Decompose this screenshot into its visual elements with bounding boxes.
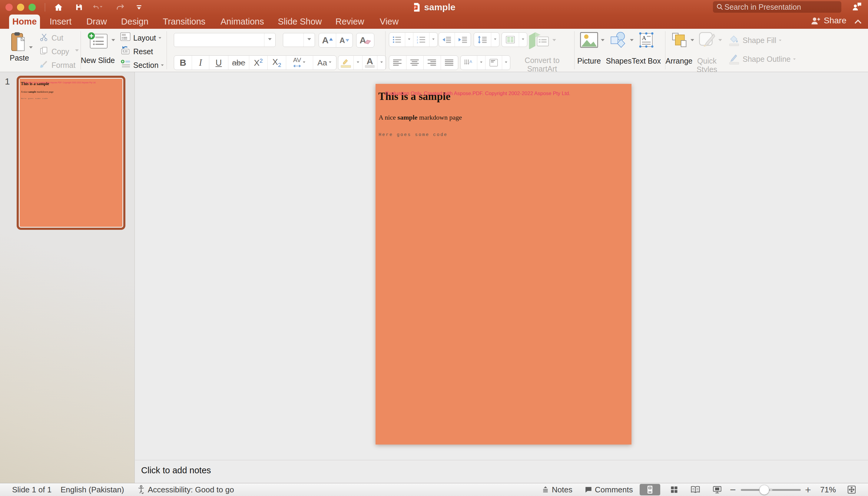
quick-styles-dropdown-caret[interactable] (718, 39, 722, 43)
tab-label: Design (121, 17, 149, 27)
tab-review[interactable]: Review (332, 15, 368, 29)
font-name-input[interactable] (174, 33, 264, 47)
cut-button[interactable] (39, 32, 49, 42)
search-box[interactable] (713, 1, 841, 13)
slideshow-button[interactable] (707, 484, 727, 495)
decrease-font-button[interactable]: A (336, 33, 353, 47)
language-button[interactable]: English (Pakistan) (61, 483, 124, 496)
font-size-input[interactable] (283, 33, 304, 47)
align-right-button[interactable] (424, 56, 441, 69)
notes-pane[interactable]: Click to add notes (135, 460, 868, 483)
share-button[interactable]: Share (810, 16, 847, 26)
zoom-out-button[interactable]: − (730, 483, 736, 496)
tab-animations[interactable]: Animations (216, 15, 268, 29)
character-spacing-button[interactable]: AV (286, 56, 313, 69)
font-color-dropdown[interactable] (377, 56, 386, 69)
text-direction-button[interactable]: A (461, 56, 477, 69)
picture-button[interactable] (580, 31, 599, 49)
tab-insert[interactable]: Insert (45, 15, 76, 29)
bold-button[interactable]: B (174, 56, 192, 69)
slide-paragraph[interactable]: A nice sample markdown page (378, 113, 462, 121)
section-label[interactable]: Section (133, 61, 164, 69)
underline-button[interactable]: U (209, 56, 228, 69)
shapes-button[interactable] (609, 31, 627, 49)
comments-button[interactable]: Comments (585, 483, 633, 496)
layout-button[interactable] (120, 32, 131, 42)
font-size-combobox[interactable] (283, 33, 315, 47)
shape-fill-button[interactable] (728, 34, 740, 47)
notes-button[interactable]: Notes (542, 483, 572, 496)
new-slide-button[interactable] (87, 31, 108, 50)
copy-dropdown-caret[interactable] (75, 49, 79, 53)
tab-view[interactable]: View (375, 15, 403, 29)
zoom-in-button[interactable]: + (805, 483, 811, 496)
text-direction-dropdown[interactable] (477, 56, 485, 69)
slide-code-line[interactable]: Here goes some code (378, 132, 448, 138)
increase-font-button[interactable]: A (319, 33, 336, 47)
normal-view-button[interactable] (640, 484, 660, 495)
decrease-indent-button[interactable] (439, 33, 455, 47)
align-center-button[interactable] (406, 56, 424, 69)
paste-button[interactable] (7, 31, 31, 52)
tab-design[interactable]: Design (118, 15, 152, 29)
collapse-ribbon-button[interactable] (853, 18, 863, 27)
columns-dropdown[interactable] (519, 33, 527, 47)
highlight-dropdown[interactable] (354, 56, 362, 69)
superscript-button[interactable]: X2 (249, 56, 268, 69)
shapes-dropdown-caret[interactable] (630, 39, 634, 43)
fit-to-window-button[interactable] (847, 483, 856, 496)
bullets-button[interactable] (389, 33, 405, 47)
search-input[interactable] (724, 2, 838, 12)
align-text-button[interactable] (485, 56, 502, 69)
font-name-dropdown[interactable] (264, 33, 275, 47)
arrange-dropdown-caret[interactable] (691, 39, 694, 43)
account-button[interactable] (852, 1, 862, 12)
tab-slide-show[interactable]: Slide Show (275, 15, 325, 29)
font-size-dropdown[interactable] (304, 33, 315, 47)
numbering-button[interactable]: 123 (414, 33, 430, 47)
reading-view-button[interactable] (685, 484, 706, 495)
strikethrough-button[interactable]: abe (228, 56, 249, 69)
text-box-button[interactable]: A (638, 31, 655, 49)
tab-transitions[interactable]: Transitions (159, 15, 209, 29)
layout-label[interactable]: Layout (133, 34, 162, 42)
italic-button[interactable]: I (192, 56, 209, 69)
smartart-dropdown-caret[interactable] (553, 39, 556, 43)
reset-button[interactable] (120, 45, 131, 55)
quick-styles-button[interactable] (698, 31, 716, 49)
align-left-button[interactable] (389, 56, 406, 69)
notes-placeholder[interactable]: Click to add notes (141, 465, 211, 476)
change-case-button[interactable]: Aa (313, 56, 336, 69)
accessibility-button[interactable]: Accessibility: Good to go (137, 483, 234, 496)
columns-button[interactable] (502, 33, 519, 47)
copy-button[interactable] (39, 45, 49, 56)
subscript-button[interactable]: X2 (268, 56, 286, 69)
increase-indent-button[interactable] (455, 33, 471, 47)
line-spacing-button[interactable] (474, 33, 491, 47)
font-name-combobox[interactable] (174, 33, 276, 47)
line-spacing-dropdown[interactable] (491, 33, 499, 47)
shape-outline-button[interactable] (728, 52, 740, 66)
zoom-level[interactable]: 71% (820, 483, 836, 496)
picture-dropdown-caret[interactable] (601, 39, 605, 43)
convert-smartart-button[interactable] (528, 31, 550, 49)
arrange-button[interactable] (670, 31, 688, 49)
reset-label[interactable]: Reset (133, 47, 153, 56)
paste-dropdown-caret[interactable] (29, 46, 33, 50)
bullets-dropdown[interactable] (405, 33, 414, 47)
tab-home[interactable]: Home (9, 15, 40, 29)
new-slide-dropdown-caret[interactable] (111, 39, 115, 43)
section-button[interactable] (120, 59, 131, 69)
align-text-dropdown[interactable] (502, 56, 510, 69)
slide-sorter-button[interactable] (664, 484, 684, 495)
justify-button[interactable] (441, 56, 458, 69)
font-color-button[interactable]: A (362, 56, 377, 69)
zoom-slider-thumb[interactable] (759, 485, 769, 495)
slide-1-canvas[interactable]: Evaluation Only. Created with Aspose.PDF… (375, 84, 632, 445)
format-painter-button[interactable] (38, 59, 49, 69)
tab-draw[interactable]: Draw (82, 15, 111, 29)
numbering-dropdown[interactable] (430, 33, 437, 47)
highlight-button[interactable] (338, 56, 354, 69)
clear-formatting-button[interactable]: A (356, 33, 374, 47)
slide-1-thumbnail[interactable]: Evaluation Only. Created with Aspose.PDF… (17, 76, 125, 230)
